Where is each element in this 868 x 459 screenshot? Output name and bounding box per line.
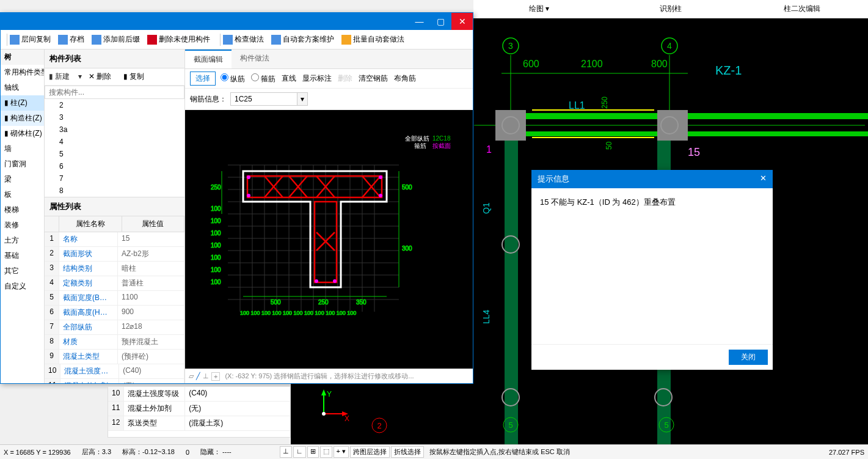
new-component-button[interactable]: ▮ 新建 ▾ bbox=[48, 71, 82, 83]
table-row[interactable]: 3结构类别暗柱 bbox=[45, 262, 184, 276]
axis-label: 5 bbox=[664, 420, 668, 430]
dialog-titlebar[interactable]: 提示信息 ✕ bbox=[531, 170, 773, 188]
tree-item[interactable]: 自定义 bbox=[1, 279, 44, 294]
snap-button[interactable]: ⊥ bbox=[280, 446, 292, 458]
svg-text:100: 100 bbox=[211, 279, 221, 285]
status-elev: 标高：-0.12~3.18 bbox=[122, 447, 175, 457]
table-row[interactable]: 9混凝土类型(预拌砼) bbox=[45, 350, 184, 364]
tree-item[interactable]: ▮ 构造柱(Z) bbox=[1, 111, 44, 126]
close-button[interactable]: 关闭 bbox=[729, 350, 768, 365]
copy-component-button[interactable]: ▮ 复制 bbox=[123, 72, 150, 82]
rebar-info-input[interactable] bbox=[230, 92, 297, 106]
table-row[interactable]: 11混凝土外加剂(无) bbox=[108, 402, 290, 416]
component-list[interactable]: 2 3 3a 4 5 6 7 8 bbox=[45, 99, 184, 197]
archive-button[interactable]: 存档 bbox=[58, 34, 84, 45]
snap-button[interactable]: ∟ bbox=[293, 446, 306, 458]
dialog-title: 提示信息 bbox=[538, 174, 569, 185]
tree-item[interactable]: 轴线 bbox=[1, 80, 44, 95]
table-row[interactable]: 5截面宽度(B边)(...1100 bbox=[45, 291, 184, 306]
list-item[interactable]: 2 bbox=[45, 99, 184, 111]
select-button[interactable]: 选择 bbox=[190, 72, 216, 86]
window-titlebar[interactable]: — ▢ ✕ bbox=[1, 13, 473, 30]
close-icon[interactable]: ✕ bbox=[760, 174, 767, 185]
ribbon-recognize[interactable]: 识别柱 bbox=[605, 0, 736, 18]
properties-table[interactable]: 1名称152截面形状AZ-b2形3结构类别暗柱4定额类别普通柱5截面宽度(B边)… bbox=[45, 232, 184, 383]
clear-rebar-button[interactable]: 清空钢筋 bbox=[359, 73, 388, 84]
table-row[interactable]: 6截面高度(H边)(...900 bbox=[45, 306, 184, 320]
tree-item[interactable]: 板 bbox=[1, 187, 44, 202]
maximize-button[interactable]: ▢ bbox=[430, 13, 451, 30]
table-row[interactable]: 12泵送类型(混凝土泵) bbox=[108, 416, 290, 431]
tree-item[interactable]: ▮ 砌体柱(Z) bbox=[1, 126, 44, 141]
svg-point-59 bbox=[379, 175, 382, 179]
status-hint: 按鼠标左键指定插入点,按右键结束或 ESC 取消 bbox=[429, 447, 570, 457]
auto-method-button[interactable]: 自动套方案维护 bbox=[271, 34, 334, 45]
tree-header: 树 bbox=[1, 50, 44, 65]
ribbon-draw[interactable]: 绘图 ▾ bbox=[473, 0, 605, 18]
add-prefix-button[interactable]: 添加前后缀 bbox=[92, 34, 140, 45]
list-item[interactable]: 3a bbox=[45, 123, 184, 136]
cross-layer-button[interactable]: 跨图层选择 bbox=[350, 446, 390, 458]
svg-text:500: 500 bbox=[402, 184, 412, 191]
dim-text: 600 bbox=[523, 59, 539, 69]
list-item[interactable]: 3 bbox=[45, 111, 184, 123]
table-row[interactable]: 4定额类别普通柱 bbox=[45, 276, 184, 291]
tree-item[interactable]: 墙 bbox=[1, 141, 44, 156]
close-button[interactable]: ✕ bbox=[451, 13, 473, 30]
table-row[interactable]: 11混凝土外加剂(无) bbox=[45, 379, 184, 383]
table-row[interactable]: 2截面形状AZ-b2形 bbox=[45, 247, 184, 262]
svg-text:300: 300 bbox=[402, 245, 412, 252]
list-item[interactable]: 7 bbox=[45, 172, 184, 185]
tree-item[interactable]: 基础 bbox=[1, 248, 44, 263]
tree-item[interactable]: 梁 bbox=[1, 172, 44, 187]
ribbon-edit2[interactable]: 柱二次编辑 bbox=[737, 0, 868, 18]
tree-item[interactable]: 其它 bbox=[1, 263, 44, 279]
component-panel: 构件列表 ▮ 新建 ▾ ✕ 删除 ▮ 复制 2 3 3a 4 5 6 7 8 属… bbox=[45, 50, 185, 383]
svg-text:全部纵筋: 全部纵筋 bbox=[405, 135, 429, 142]
table-row[interactable]: 1名称15 bbox=[45, 232, 184, 247]
corner-rebar-button[interactable]: 布角筋 bbox=[394, 73, 416, 84]
tree-item[interactable]: 装修 bbox=[1, 218, 44, 233]
table-row[interactable]: 10混凝土强度等级(C40) bbox=[108, 387, 290, 402]
table-row[interactable]: 10混凝土强度等级(C40) bbox=[45, 364, 184, 379]
table-row[interactable]: 8材质预拌混凝土 bbox=[45, 335, 184, 350]
axis-label: 5 bbox=[508, 420, 512, 430]
list-item[interactable]: 4 bbox=[45, 136, 184, 148]
status-bar: X = 16685 Y = 129936 层高：3.3 标高：-0.12~3.1… bbox=[0, 444, 868, 459]
show-label-button[interactable]: 显示标注 bbox=[302, 73, 332, 84]
dim-text: 2100 bbox=[581, 59, 603, 69]
tab-section-edit[interactable]: 截面编辑 bbox=[185, 50, 232, 68]
svg-text:100: 100 bbox=[211, 230, 221, 237]
svg-text:500: 500 bbox=[271, 299, 281, 306]
snap-button[interactable]: ⬚ bbox=[320, 446, 332, 458]
radio-stirrup[interactable]: 箍筋 bbox=[251, 73, 275, 84]
svg-rect-8 bbox=[505, 110, 518, 446]
batch-auto-button[interactable]: 批量自动套做法 bbox=[341, 34, 404, 45]
tree-item-column[interactable]: ▮ 柱(Z) bbox=[1, 95, 44, 111]
minimize-button[interactable]: — bbox=[409, 13, 430, 30]
lower-properties[interactable]: 10混凝土强度等级(C40)11混凝土外加剂(无)12泵送类型(混凝土泵) bbox=[108, 386, 291, 438]
list-item[interactable]: 8 bbox=[45, 185, 184, 197]
snap-button[interactable]: + ▾ bbox=[334, 446, 349, 458]
snap-button[interactable]: ⊞ bbox=[307, 446, 319, 458]
rebar-dropdown[interactable]: ▾ bbox=[297, 92, 308, 106]
tab-method[interactable]: 构件做法 bbox=[232, 50, 278, 68]
line-button[interactable]: 直线 bbox=[282, 73, 296, 84]
layer-copy-button[interactable]: 层间复制 bbox=[10, 34, 51, 45]
polyline-button[interactable]: 折线选择 bbox=[391, 446, 424, 458]
table-row[interactable]: 7全部纵筋12⌀18 bbox=[45, 320, 184, 335]
tree-item[interactable]: 门窗洞 bbox=[1, 156, 44, 172]
radio-longitudinal[interactable]: 纵筋 bbox=[221, 73, 245, 84]
delete-component-button[interactable]: ✕ 删除 bbox=[89, 72, 117, 82]
section-drawing[interactable]: 250 100 100 100 100 100 100 100 500 300 … bbox=[185, 110, 473, 369]
tree-item[interactable]: 土方 bbox=[1, 233, 44, 248]
search-input[interactable] bbox=[45, 86, 184, 99]
check-method-button[interactable]: 检查做法 bbox=[223, 34, 264, 45]
component-edit-window: — ▢ ✕ 层间复制 存档 添加前后缀 删除未使用构件 检查做法 自动套方案维护… bbox=[0, 12, 473, 384]
delete-unused-button[interactable]: 删除未使用构件 bbox=[147, 34, 210, 45]
properties-panel: 属性列表 属性名称 属性值 1名称152截面形状AZ-b2形3结构类别暗柱4定额… bbox=[45, 197, 184, 383]
tree-item[interactable]: 楼梯 bbox=[1, 202, 44, 218]
list-item[interactable]: 6 bbox=[45, 160, 184, 172]
cad-ribbon: 绘图 ▾ 识别柱 柱二次编辑 bbox=[473, 0, 868, 18]
list-item[interactable]: 5 bbox=[45, 148, 184, 160]
